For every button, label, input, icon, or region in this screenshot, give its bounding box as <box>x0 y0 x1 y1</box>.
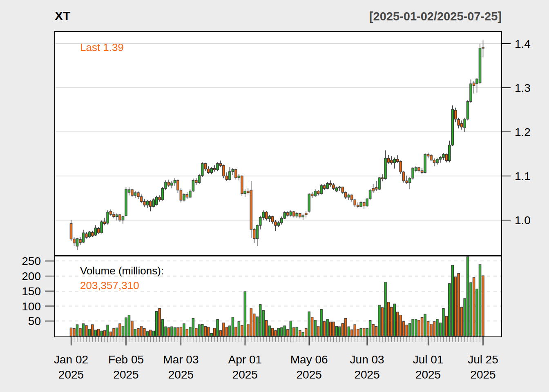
volume-bar <box>131 321 133 336</box>
volume-bar <box>418 320 420 336</box>
volume-bar <box>451 265 453 336</box>
volume-bar <box>360 329 362 336</box>
volume-axis: 50100150200250 <box>22 255 55 327</box>
candle <box>387 158 389 163</box>
volume-bar <box>156 312 158 336</box>
x-tick-label-date: Apr 01 <box>228 353 262 366</box>
last-price-label: Last 1.39 <box>80 41 124 54</box>
candle <box>283 213 286 218</box>
volume-bar <box>335 326 337 336</box>
price-tick-label: 1.0 <box>515 214 531 227</box>
candle <box>177 180 179 190</box>
volume-bar <box>186 329 188 336</box>
volume-bar <box>250 308 252 336</box>
candle <box>82 233 84 242</box>
volume-bar <box>351 330 353 336</box>
candle <box>308 194 310 211</box>
candle <box>88 232 90 237</box>
volume-bar <box>412 319 414 336</box>
candle <box>314 191 316 196</box>
candle <box>262 212 264 218</box>
volume-bar <box>403 322 405 336</box>
candle <box>104 222 106 223</box>
candle <box>421 171 423 172</box>
candle <box>372 188 374 191</box>
volume-bar <box>320 310 322 336</box>
candle <box>266 212 268 219</box>
candle <box>247 191 249 193</box>
candle <box>351 195 353 200</box>
candle <box>341 187 344 192</box>
x-tick-label-date: Jul 25 <box>468 353 498 366</box>
candle <box>98 229 100 233</box>
candle <box>232 169 234 172</box>
candle <box>79 240 81 243</box>
candle <box>335 188 337 191</box>
candle <box>70 224 72 239</box>
x-tick-label-date: Feb 05 <box>108 353 144 366</box>
candle <box>137 193 139 197</box>
date-range-label: [2025-01-02/2025-07-25] <box>369 10 502 23</box>
candle <box>165 182 167 188</box>
candle <box>302 216 304 217</box>
volume-bar <box>323 322 325 336</box>
candle <box>225 176 228 180</box>
candle <box>192 180 194 191</box>
candle <box>305 213 307 215</box>
volume-bar <box>305 329 307 336</box>
candle <box>473 83 475 85</box>
volume-bar <box>177 327 179 336</box>
volume-tick-label: 150 <box>22 285 41 298</box>
candle <box>470 84 472 101</box>
candle <box>122 216 124 220</box>
volume-bar <box>107 325 109 336</box>
volume-bar <box>235 327 237 336</box>
candle <box>281 218 283 223</box>
candle <box>445 154 447 160</box>
volume-bar <box>314 320 316 336</box>
volume-bar <box>296 327 298 336</box>
volume-bar <box>198 325 200 336</box>
volume-bar <box>399 315 402 336</box>
volume-bar <box>326 319 328 336</box>
candle <box>339 187 341 188</box>
candle <box>201 164 203 176</box>
volume-bar <box>122 326 124 336</box>
volume-bar <box>238 322 240 336</box>
x-tick-label-year: 2025 <box>113 368 138 381</box>
candle <box>384 158 386 179</box>
volume-bar <box>152 331 154 336</box>
volume-bar <box>146 332 148 336</box>
candle <box>256 225 258 238</box>
volume-bar <box>113 329 115 336</box>
volume-bar <box>341 323 344 336</box>
candle <box>381 178 383 178</box>
volume-bar <box>479 265 481 336</box>
volume-bar <box>79 328 81 336</box>
volume-bar <box>214 328 216 336</box>
candle <box>210 169 212 173</box>
candle <box>430 155 432 160</box>
volume-bar <box>256 317 258 336</box>
volume-bar <box>308 312 310 336</box>
volume-bar <box>140 326 142 336</box>
volume-bar <box>180 327 182 336</box>
x-tick-label-year: 2025 <box>470 368 495 381</box>
volume-bar <box>421 317 423 336</box>
volume-bar <box>339 327 341 336</box>
volume-bar <box>436 319 438 336</box>
candle <box>424 154 426 172</box>
x-tick-label-date: Jun 03 <box>350 353 384 366</box>
volume-bar <box>225 327 228 336</box>
volume-bar <box>253 314 255 336</box>
candle <box>293 212 295 216</box>
candle <box>451 109 453 145</box>
candle <box>412 168 414 178</box>
volume-bar <box>449 283 451 336</box>
candle <box>189 191 191 197</box>
candle <box>100 222 103 233</box>
candle <box>333 185 335 189</box>
volume-bar <box>271 328 273 336</box>
candle <box>174 180 176 183</box>
candle <box>223 165 225 176</box>
